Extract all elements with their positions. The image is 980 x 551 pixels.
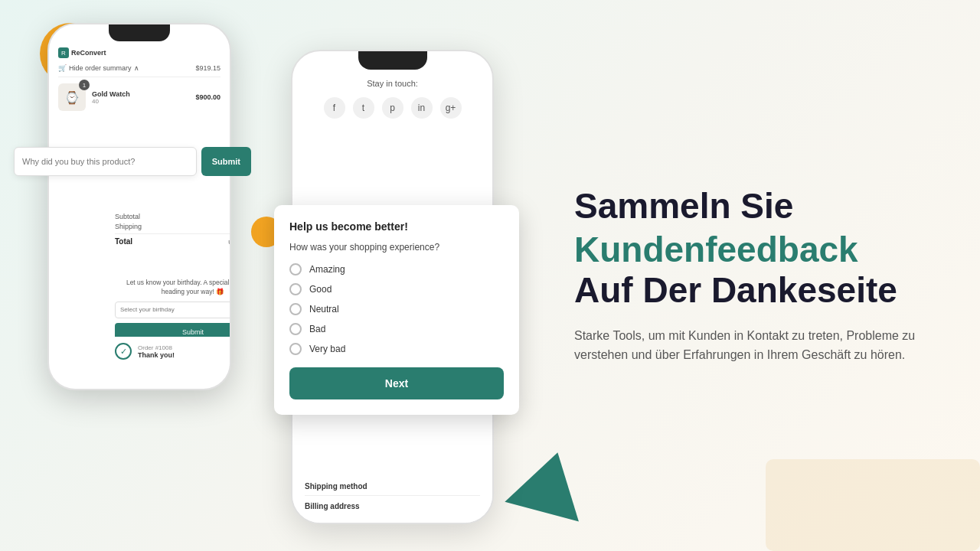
birthday-input[interactable] xyxy=(115,302,231,318)
shipping-method-label: Shipping method xyxy=(305,482,480,491)
popup-title: Help us become better! xyxy=(289,220,504,233)
birthday-input-row: 📅 xyxy=(115,302,231,318)
order-summary-header: 🛒 Hide order summary ∧ $919.15 xyxy=(58,64,220,77)
total-label: Total xyxy=(115,237,132,246)
headline-line1: Sammeln Sie xyxy=(574,186,942,227)
subtotal-label: Subtotal xyxy=(115,213,140,220)
survey-input[interactable] xyxy=(14,147,197,176)
phone1-totals: Subtotal $900.00 Shipping $19.15 Total U… xyxy=(106,207,231,252)
stay-in-touch-label: Stay in touch: xyxy=(305,79,480,88)
birthday-text: Let us know your birthday. A special gif… xyxy=(115,279,231,297)
option-good-label: Good xyxy=(309,284,332,295)
item-image: ⌚ 1 xyxy=(58,83,86,111)
social-icons-row: f t p in g+ xyxy=(305,97,480,119)
subtotal-row: Subtotal $900.00 xyxy=(115,213,231,220)
order-item: ⌚ 1 Gold Watch 40 $900.00 xyxy=(58,83,220,111)
billing-address-label: Billing address xyxy=(305,502,480,510)
right-section: Sammeln Sie Kundenfeedback Auf Der Danke… xyxy=(536,155,980,396)
survey-popup: Help us become better! How was your shop… xyxy=(274,205,519,415)
popup-question: How was your shopping experience? xyxy=(289,242,504,253)
pinterest-icon: p xyxy=(382,97,403,119)
option-very-bad[interactable]: Very bad xyxy=(289,343,504,355)
survey-input-area: Submit xyxy=(14,147,251,176)
radio-very-bad xyxy=(289,343,302,355)
reconvert-icon: R xyxy=(58,47,69,58)
thank-you-section: ✓ Order #1008 Thank you! xyxy=(106,337,231,366)
phone1-content: R ReConvert 🛒 Hide order summary ∧ $919.… xyxy=(49,41,230,125)
shipping-label: Shipping xyxy=(115,223,142,230)
option-good[interactable]: Good xyxy=(289,283,504,295)
order-summary-left: 🛒 Hide order summary ∧ xyxy=(58,64,139,72)
item-price: $900.00 xyxy=(195,93,220,101)
item-qty: 40 xyxy=(92,98,189,105)
radio-good xyxy=(289,283,302,295)
order-total-header: $919.15 xyxy=(195,64,220,72)
shipping-underline xyxy=(305,495,480,496)
linkedin-icon: in xyxy=(411,97,433,119)
phone1: R ReConvert 🛒 Hide order summary ∧ $919.… xyxy=(47,23,231,390)
facebook-icon: f xyxy=(324,97,345,119)
total-row: Total USD $919.15 xyxy=(115,233,231,246)
total-value: USD $919.15 xyxy=(228,237,231,246)
phone2-content: Stay in touch: f t p in g+ xyxy=(292,70,492,140)
option-amazing-label: Amazing xyxy=(309,264,345,275)
googleplus-icon: g+ xyxy=(440,97,462,119)
option-bad-label: Bad xyxy=(309,324,325,334)
twitter-icon: t xyxy=(353,97,374,119)
phone1-notch xyxy=(109,24,170,41)
radio-bad xyxy=(289,323,302,335)
survey-submit-button[interactable]: Submit xyxy=(201,147,251,176)
left-section: R ReConvert 🛒 Hide order summary ∧ $919.… xyxy=(0,0,536,551)
option-bad[interactable]: Bad xyxy=(289,323,504,335)
headline-line2: Kundenfeedback xyxy=(574,230,942,270)
main-container: R ReConvert 🛒 Hide order summary ∧ $919.… xyxy=(0,0,980,551)
radio-neutral xyxy=(289,303,302,315)
hide-order-summary-label: Hide order summary xyxy=(69,64,132,72)
check-circle-icon: ✓ xyxy=(115,343,132,360)
shipping-row: Shipping $19.15 xyxy=(115,223,231,230)
phone2-notch xyxy=(358,51,427,70)
next-button[interactable]: Next xyxy=(289,367,504,399)
total-currency: USD xyxy=(228,240,231,245)
phone2-bottom: Shipping method Billing address xyxy=(292,470,492,523)
subtitle-text: Starke Tools, um mit Kunden in Kontakt z… xyxy=(574,326,926,365)
option-very-bad-label: Very bad xyxy=(309,344,345,354)
option-amazing[interactable]: Amazing xyxy=(289,263,504,276)
cart-icon: 🛒 xyxy=(58,64,67,72)
order-number: Order #1008 xyxy=(138,344,175,351)
chevron-icon: ∧ xyxy=(134,64,139,72)
reconvert-logo: R ReConvert xyxy=(58,47,220,58)
radio-amazing xyxy=(289,263,302,276)
item-name: Gold Watch xyxy=(92,90,189,98)
item-badge: 1 xyxy=(79,80,90,90)
item-info: Gold Watch 40 xyxy=(92,90,189,105)
reconvert-logo-text: ReConvert xyxy=(71,49,106,57)
option-neutral-label: Neutral xyxy=(309,304,339,315)
order-info: Order #1008 Thank you! xyxy=(138,344,175,359)
thank-you-text: Thank you! xyxy=(138,351,175,359)
option-neutral[interactable]: Neutral xyxy=(289,303,504,315)
headline-line3: Auf Der Dankeseite xyxy=(574,270,942,311)
